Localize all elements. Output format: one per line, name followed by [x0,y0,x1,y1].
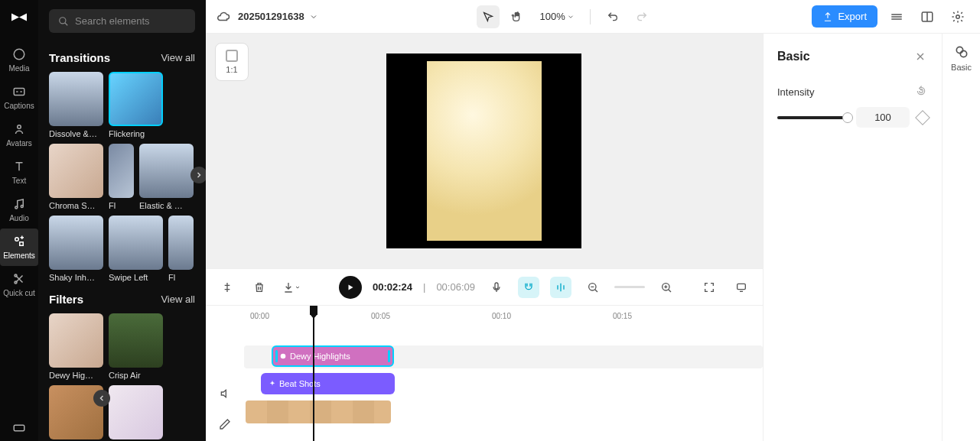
tab-basic[interactable]: Basic [951,44,972,72]
filter-item[interactable]: Dewy Hig… [49,313,103,380]
hand-tool[interactable] [506,5,529,28]
ruler-tick: 00:10 [492,312,511,320]
gear-icon [951,10,965,24]
nav-quickcut[interactable]: Quick cut [0,266,38,303]
filter-clip[interactable]: Dewy Highlights [272,345,394,367]
nav-audio[interactable]: Audio [0,191,38,229]
preview-mode-icon [735,281,747,293]
timecode-total: 00:06:09 [436,281,475,293]
fullscreen-button[interactable] [698,277,720,298]
transitions-viewall[interactable]: View all [161,52,195,63]
cursor-tool[interactable] [477,5,500,28]
zoom-dropdown[interactable]: 100% [535,11,578,22]
close-icon [914,50,926,63]
transition-item[interactable]: Fl [109,144,134,210]
nav-keyboard[interactable] [0,415,38,441]
chevron-down-icon [295,284,301,290]
preview-mode-button[interactable] [731,277,752,298]
filter-track: Dewy Highlights [244,345,763,368]
svg-point-18 [956,47,962,53]
track-area[interactable]: 00:00 00:05 00:10 00:15 D [244,306,763,441]
undo-button[interactable] [601,5,624,28]
svg-point-17 [281,354,286,359]
square-icon [226,50,238,62]
transition-item[interactable]: Chroma S… [49,144,103,210]
chevron-down-icon [567,13,575,21]
aspect-ratio-picker[interactable]: 1:1 [215,43,249,81]
nav-label: Avatars [6,139,32,148]
export-button[interactable]: Export [812,5,877,28]
canvas[interactable]: 1:1 [206,34,763,268]
preview-split-button[interactable] [550,277,571,298]
video-preview[interactable] [386,54,581,248]
search-input[interactable]: Search elements [49,9,195,33]
filter-icon [279,352,287,360]
layers-button[interactable] [885,5,908,28]
split-button[interactable] [217,277,238,298]
delete-button[interactable] [249,277,270,298]
project-name[interactable]: 202501291638 [238,11,318,22]
timeline-zoom-slider[interactable] [614,286,645,288]
filter-item[interactable]: Dolce [109,385,163,441]
zoom-out-button[interactable] [582,277,604,298]
close-panel-button[interactable] [913,49,928,64]
play-button[interactable] [339,276,362,299]
svg-point-5 [15,238,19,242]
transition-item[interactable]: Shaky Inh… [49,216,103,282]
svg-point-12 [956,15,960,18]
transition-item[interactable]: Flickering [109,72,163,138]
timecode-divider: | [423,281,425,293]
nav-avatars[interactable]: Avatars [0,116,38,154]
cursor-icon [482,11,494,23]
main-area: 202501291638 100% Export [206,0,980,441]
settings-button[interactable] [946,5,969,28]
mute-button[interactable] [214,383,236,404]
nav-label: Audio [9,214,29,222]
transition-item[interactable]: Elastic & … [139,144,194,210]
zoom-out-icon [587,281,599,293]
svg-point-10 [60,17,66,23]
transition-item[interactable]: Dissolve &… [49,72,103,138]
download-icon [282,281,295,293]
nav-text[interactable]: Text [0,154,38,191]
timeline-ruler[interactable]: 00:00 00:05 00:10 00:15 [244,306,763,327]
edit-track-button[interactable] [214,413,236,435]
mic-button[interactable] [486,277,507,298]
redo-button[interactable] [630,5,653,28]
transition-item[interactable]: Fl [168,216,194,282]
svg-point-3 [15,206,18,209]
play-icon [346,283,355,292]
effect-clip[interactable]: Beat Shots [261,373,395,394]
split-icon [221,281,233,293]
chevron-left-icon [97,394,106,403]
nav-media[interactable]: Media [0,41,38,79]
transitions-grid: Dissolve &… Flickering Chroma S… Fl Elas… [38,72,206,282]
playhead[interactable] [313,306,314,441]
intensity-value[interactable]: 100 [856,107,910,128]
reset-intensity-button[interactable] [916,86,928,98]
zoom-in-button[interactable] [656,277,677,298]
nav-elements[interactable]: Elements [0,229,38,266]
keyframe-button[interactable] [915,110,930,125]
video-clip[interactable] [246,400,391,423]
transition-item[interactable]: Swipe Left [109,216,163,282]
layers-icon [890,10,903,24]
filters-viewall[interactable]: View all [161,293,195,305]
download-button[interactable] [281,277,302,298]
app-logo[interactable] [8,8,31,31]
intensity-slider[interactable] [777,116,848,119]
layout-button[interactable] [916,5,939,28]
nav-captions[interactable]: Captions [0,79,38,116]
export-icon [822,11,833,22]
scroll-left-button[interactable] [93,390,110,407]
elements-panel: Search elements Transitions View all Dis… [38,0,206,441]
track-headers [206,306,244,441]
svg-point-0 [14,49,24,60]
reset-icon [916,86,926,96]
cloud-icon[interactable] [217,10,230,24]
scroll-right-button[interactable] [190,167,206,183]
snap-button[interactable] [518,277,539,298]
filter-item[interactable]: Crisp Air [109,313,163,380]
mic-icon [490,281,503,293]
nav-rail: Media Captions Avatars Text Audio Elemen… [0,0,38,441]
